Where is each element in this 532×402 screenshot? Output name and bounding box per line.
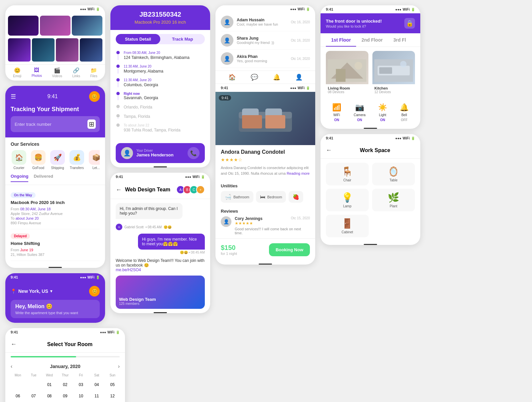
cal-day-01[interactable]: 01 xyxy=(45,380,55,390)
gallery-grid-item-2[interactable] xyxy=(32,38,55,62)
service-transfers[interactable]: 💰 Transfers xyxy=(68,150,85,170)
day-name-mon: Mon xyxy=(11,372,25,378)
home-indicator xyxy=(364,244,377,245)
nav-videos[interactable]: 🎬 Videos xyxy=(52,67,62,78)
ws-item-plant[interactable]: 🌿 Plant xyxy=(372,189,415,211)
bathroom-label: Bathroom xyxy=(233,195,249,199)
tracking-card: ☰ 9:41 😊 Tracking Your Shipment Enter tr… xyxy=(5,86,105,268)
cal-day-09[interactable]: 09 xyxy=(60,391,70,401)
nav-files[interactable]: 📁 Files xyxy=(90,67,97,78)
gallery-thumb-2[interactable] xyxy=(40,16,70,36)
nav-emoji[interactable]: 😊 Emoji xyxy=(13,67,21,78)
gallery-thumb-1[interactable] xyxy=(8,16,39,36)
user-avatar[interactable]: 😊 xyxy=(89,286,100,297)
chat-system-msg: Welcome to Web Design Team!!! You can jo… xyxy=(110,258,210,272)
service-label: Shipping xyxy=(51,166,64,170)
utility-bathroom[interactable]: 🛁 Bathroom xyxy=(221,191,253,203)
cal-day-03[interactable]: 03 xyxy=(76,380,86,390)
gallery-grid-item-4[interactable] xyxy=(80,38,102,62)
cal-day-08[interactable]: 08 xyxy=(45,391,55,401)
back-button[interactable]: ← xyxy=(116,186,122,193)
nav-chat[interactable]: 💬 xyxy=(251,74,258,81)
user-avatar[interactable]: 😊 xyxy=(89,91,100,102)
book-now-button[interactable]: Booking Now xyxy=(269,243,310,256)
timeline-now: Right now xyxy=(124,92,205,96)
tab-floor-2nd[interactable]: 2nd Floor xyxy=(356,37,388,47)
cal-prev-button[interactable]: ‹ xyxy=(11,363,12,369)
nav-links[interactable]: 🔗 Links xyxy=(72,67,80,78)
qr-icon[interactable]: ⊞ xyxy=(87,119,96,129)
cal-day-04[interactable]: 04 xyxy=(92,380,102,390)
back-button[interactable]: ← xyxy=(11,341,17,348)
order-name-macbook: Macbook Pro 2020 16 inch xyxy=(11,200,100,205)
gallery-grid-item-1[interactable] xyxy=(8,38,31,62)
cal-day-10[interactable]: 10 xyxy=(76,391,86,401)
room-thumb-kitchen[interactable]: Kitchen 12 Devices xyxy=(372,51,415,96)
hotel-chat-item-1[interactable]: 👤 Adam Hussain Cool, maybe we have fun O… xyxy=(221,13,310,31)
gallery-grid-item-3[interactable] xyxy=(56,38,78,62)
tab-status-detail[interactable]: Status Detail xyxy=(116,34,160,44)
utility-bedroom[interactable]: 🛏 Bedroom xyxy=(256,191,286,203)
hotel-chat-list: 👤 Adam Hussain Cool, maybe we have fun O… xyxy=(215,13,315,71)
hotel-chat-item-3[interactable]: 👤 Akira Phan Yes, good morning Otc 14, 2… xyxy=(221,50,310,68)
nav-photos[interactable]: 🖼 Photos xyxy=(32,67,42,78)
call-button[interactable]: 📞 xyxy=(188,147,200,159)
ws-item-chair[interactable]: 🪑 Chair xyxy=(326,163,369,185)
ws-item-cabinet[interactable]: 🚪 Cabinet xyxy=(326,215,369,237)
timeline-item-pending-1: Orlando, Florida xyxy=(116,105,205,109)
service-more[interactable]: 📦 Let... xyxy=(88,150,100,170)
hotel-room-image: 9:41 xyxy=(215,92,315,145)
tab-floor-1st[interactable]: 1st Floor xyxy=(326,37,356,47)
tab-floor-3rd[interactable]: 3rd Fl xyxy=(388,37,411,47)
order-from-address: 21, Hilton Suites 387 xyxy=(11,253,100,257)
reviews-title: Reviews xyxy=(221,209,310,214)
order-macbook[interactable]: On the Way Macbook Pro 2020 16 inch From… xyxy=(11,188,100,229)
nav-profile[interactable]: 👤 xyxy=(295,74,303,81)
ws-item-table[interactable]: 🪞 Table xyxy=(372,163,415,185)
read-more-link[interactable]: Reading more xyxy=(287,171,310,175)
tab-track-map[interactable]: Track Map xyxy=(160,34,205,44)
smarthome-alert: The front door is unlocked! Would you li… xyxy=(321,13,420,33)
service-courier[interactable]: 🏠 Courier xyxy=(11,150,27,170)
lock-icon[interactable]: 🔒 xyxy=(404,18,415,29)
ctrl-bell[interactable]: 🔔 Bell OFF xyxy=(400,103,409,122)
tracking-input[interactable]: Enter track number ⊞ xyxy=(11,116,100,132)
order-homeshifting[interactable]: Delayed Home Shifting From June 19 21, H… xyxy=(11,229,100,261)
nav-home[interactable]: 🏠 xyxy=(228,74,236,81)
cal-day-02[interactable]: 02 xyxy=(60,380,70,390)
tab-delivered[interactable]: Delivered xyxy=(34,174,53,182)
ws-item-lamp[interactable]: 💡 Lamp xyxy=(326,189,369,211)
order-status-badge-onway: On the Way xyxy=(11,192,36,198)
chat-group-banner[interactable]: Web Design Team 125 members xyxy=(116,276,205,309)
chat-link[interactable]: me.be/H2SO4 xyxy=(116,268,141,272)
cal-next-button[interactable]: › xyxy=(118,363,120,369)
menu-icon[interactable]: ☰ xyxy=(11,93,16,100)
tab-ongoing[interactable]: Ongoing xyxy=(11,174,28,182)
gallery-thumb-3[interactable] xyxy=(72,16,102,36)
back-button[interactable]: ← xyxy=(326,147,332,154)
calendar-section: ‹ January, 2020 › Mon Tue Wed Thur Fri S… xyxy=(5,361,125,402)
cal-day-05[interactable]: 05 xyxy=(107,380,117,390)
status-time: 9:41 xyxy=(326,7,333,11)
address-location[interactable]: 📍 New York, US ▾ xyxy=(11,289,52,294)
cal-day-11[interactable]: 11 xyxy=(92,391,102,401)
chat-name: Shara Jung xyxy=(237,36,274,41)
ctrl-camera[interactable]: 📷 Camera ON xyxy=(354,103,366,122)
utility-extra[interactable]: 🍓 xyxy=(289,191,303,203)
ctrl-wifi[interactable]: 📶 WiFi ON xyxy=(332,103,341,122)
day-name-sun: Sun xyxy=(105,372,120,378)
hotel-chat-item-2[interactable]: 👤 Shara Jung Goodnight my friend :)) Otc… xyxy=(221,31,310,50)
nav-bell[interactable]: 🔔 xyxy=(273,74,280,81)
day-name-thur: Thur xyxy=(58,372,72,378)
service-gofood[interactable]: 🍔 GoFood xyxy=(30,150,47,170)
alert-title: The front door is unlocked! xyxy=(326,19,382,24)
calendar-month: January, 2020 xyxy=(50,364,80,369)
msg-time: 🙂😀 • 08:45 AM xyxy=(138,251,205,254)
cal-day-07[interactable]: 07 xyxy=(29,391,39,401)
cal-day-12[interactable]: 12 xyxy=(107,391,117,401)
ctrl-light[interactable]: ☀️ Light ON xyxy=(378,103,387,122)
location-text: New York, US xyxy=(18,289,48,294)
cal-day-06[interactable]: 06 xyxy=(13,391,23,401)
room-thumb-living[interactable]: Living Room 08 Devices xyxy=(326,51,368,96)
service-shipping[interactable]: 🚀 Shipping xyxy=(49,150,66,170)
